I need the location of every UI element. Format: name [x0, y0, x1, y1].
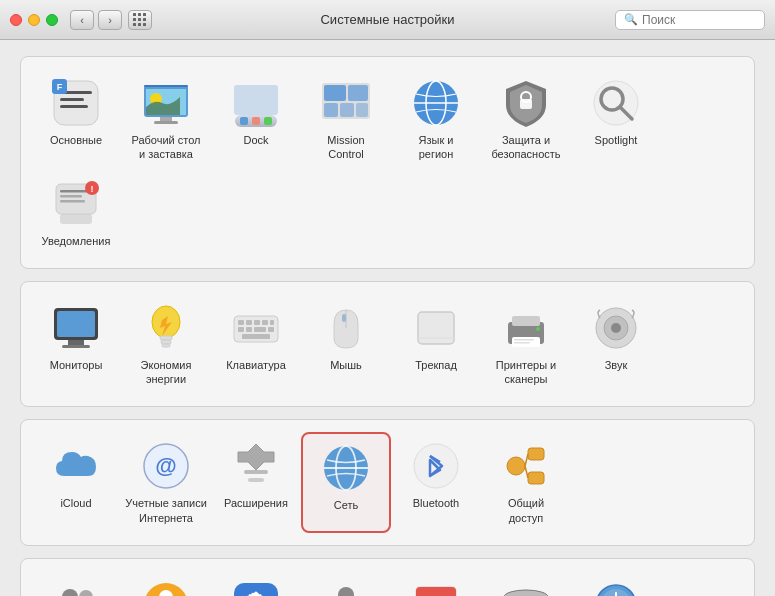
svg-rect-41: [62, 345, 90, 348]
dock-icon: [230, 77, 282, 129]
svg-rect-16: [264, 117, 272, 125]
minimize-button[interactable]: [28, 14, 40, 26]
rasshireniya-icon: [230, 440, 282, 492]
forward-button[interactable]: ›: [98, 10, 122, 30]
grid-icon: [133, 13, 147, 27]
svg-rect-80: [528, 472, 544, 484]
item-obshiy[interactable]: Общийдоступ: [481, 432, 571, 533]
svg-rect-47: [238, 320, 244, 325]
svg-rect-50: [262, 320, 268, 325]
zagruzochny-icon: [500, 579, 552, 596]
item-uchetnye[interactable]: @ Учетные записиИнтернета: [121, 432, 211, 533]
polzovateli-icon: [50, 579, 102, 596]
osnovnye-label: Основные: [50, 133, 102, 147]
section2-grid: Мониторы Экономияэнергии: [31, 294, 744, 395]
svg-rect-49: [254, 320, 260, 325]
section-hardware: Мониторы Экономияэнергии: [20, 281, 755, 408]
data-icon: 16 Ноябрь: [410, 579, 462, 596]
rabochiy-label: Рабочий столи заставка: [131, 133, 200, 162]
svg-rect-8: [160, 117, 172, 121]
set-label: Сеть: [334, 498, 358, 512]
svg-rect-21: [340, 103, 354, 117]
svg-point-85: [79, 590, 93, 596]
mysh-label: Мышь: [330, 358, 362, 372]
svg-rect-43: [160, 336, 172, 340]
item-set[interactable]: Сеть: [301, 432, 391, 533]
traffic-lights: [10, 14, 58, 26]
timemachine-icon: [590, 579, 642, 596]
maximize-button[interactable]: [46, 14, 58, 26]
svg-rect-3: [60, 105, 88, 108]
set-icon: [320, 442, 372, 494]
klaviatura-label: Клавиатура: [226, 358, 286, 372]
item-yazyk[interactable]: Язык ирегион: [391, 69, 481, 170]
item-zvuk[interactable]: Звук: [571, 294, 661, 395]
window-title: Системные настройки: [320, 12, 454, 27]
item-bluetooth[interactable]: Bluetooth: [391, 432, 481, 533]
ekonomiya-label: Экономияэнергии: [141, 358, 192, 387]
spotlight-label: Spotlight: [595, 133, 638, 147]
item-monitory[interactable]: Мониторы: [31, 294, 121, 395]
svg-point-104: [504, 590, 548, 596]
item-uvedom[interactable]: ! Уведомления: [31, 170, 121, 256]
svg-rect-59: [418, 312, 454, 344]
svg-rect-45: [162, 344, 170, 347]
svg-rect-53: [246, 327, 252, 332]
item-timemachine[interactable]: TimeMachine: [571, 571, 661, 596]
item-klaviatura[interactable]: Клавиатура: [211, 294, 301, 395]
zashita-icon: [500, 77, 552, 129]
item-osnovnye[interactable]: F Основные: [31, 69, 121, 170]
item-mission[interactable]: MissionControl: [301, 69, 391, 170]
item-mysh[interactable]: Мышь: [301, 294, 391, 395]
svg-rect-34: [60, 195, 82, 198]
monitory-icon: [50, 302, 102, 354]
item-rabochiy[interactable]: Рабочий столи заставка: [121, 69, 211, 170]
item-ekonomiya[interactable]: Экономияэнергии: [121, 294, 211, 395]
item-data[interactable]: 16 Ноябрь Дата ивремя: [391, 571, 481, 596]
klaviatura-icon: [230, 302, 282, 354]
svg-rect-33: [60, 190, 88, 193]
svg-rect-54: [254, 327, 266, 332]
obshiy-icon: [500, 440, 552, 492]
item-appstore[interactable]: 🅐 App Store: [211, 571, 301, 596]
uchetnye-icon: @: [140, 440, 192, 492]
zvuk-icon: [590, 302, 642, 354]
svg-rect-20: [324, 103, 338, 117]
item-roditelskiy[interactable]: Родительскийконтроль: [121, 571, 211, 596]
icloud-label: iCloud: [60, 496, 91, 510]
item-rasshireniya[interactable]: Расширения: [211, 432, 301, 533]
grid-view-button[interactable]: [128, 10, 152, 30]
item-printery[interactable]: Принтеры исканеры: [481, 294, 571, 395]
svg-rect-2: [60, 98, 84, 101]
svg-rect-65: [514, 342, 530, 344]
svg-rect-44: [161, 340, 171, 344]
yazyk-label: Язык ирегион: [419, 133, 454, 162]
item-trekpad[interactable]: Трекпад: [391, 294, 481, 395]
trekpad-label: Трекпад: [415, 358, 457, 372]
svg-rect-35: [60, 200, 85, 203]
section1-grid: F Основные Рабочий: [31, 69, 744, 256]
zvuk-label: Звук: [605, 358, 628, 372]
roditelskiy-icon: [140, 579, 192, 596]
svg-rect-14: [240, 117, 248, 125]
svg-rect-9: [154, 121, 178, 124]
item-zashita[interactable]: Защита ибезопасность: [481, 69, 571, 170]
item-diktovka[interactable]: Диктовкаи речь: [301, 571, 391, 596]
item-zagruzochny[interactable]: Загрузочныйтом: [481, 571, 571, 596]
search-input[interactable]: [642, 13, 756, 27]
rabochiy-icon: [140, 77, 192, 129]
item-dock[interactable]: Dock: [211, 69, 301, 170]
item-spotlight[interactable]: Spotlight: [571, 69, 661, 170]
item-polzovateli[interactable]: Пользователии группы: [31, 571, 121, 596]
item-icloud[interactable]: iCloud: [31, 432, 121, 533]
rasshireniya-label: Расширения: [224, 496, 288, 510]
search-box[interactable]: 🔍: [615, 10, 765, 30]
svg-rect-48: [246, 320, 252, 325]
svg-point-69: [611, 323, 621, 333]
section-internet: iCloud @ Учетные записиИнтернета: [20, 419, 755, 546]
svg-rect-64: [514, 339, 534, 341]
svg-rect-56: [242, 334, 270, 339]
back-button[interactable]: ‹: [70, 10, 94, 30]
close-button[interactable]: [10, 14, 22, 26]
appstore-icon: 🅐: [230, 579, 282, 596]
